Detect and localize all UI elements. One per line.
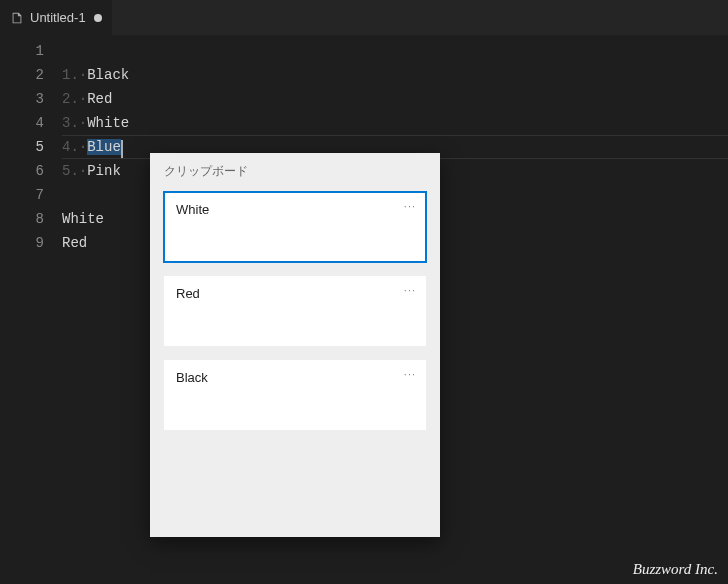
watermark-text: Buzzword Inc. bbox=[633, 561, 718, 578]
line-number: 1 bbox=[0, 39, 44, 63]
clipboard-item[interactable]: White ··· bbox=[164, 192, 426, 262]
line-number-gutter: 1 2 3 4 5 6 7 8 9 bbox=[0, 35, 62, 584]
file-icon bbox=[10, 11, 24, 25]
tab-bar: Untitled-1 bbox=[0, 0, 728, 35]
tab-title: Untitled-1 bbox=[30, 10, 86, 25]
clipboard-item-text: White bbox=[176, 202, 209, 217]
clipboard-item-text: Black bbox=[176, 370, 208, 385]
line-number: 4 bbox=[0, 111, 44, 135]
line-number: 5 bbox=[0, 135, 44, 159]
line-number: 2 bbox=[0, 63, 44, 87]
clipboard-item[interactable]: Red ··· bbox=[164, 276, 426, 346]
modified-dot-icon bbox=[94, 14, 102, 22]
text-selection: Blue bbox=[87, 139, 121, 155]
line-number: 3 bbox=[0, 87, 44, 111]
more-icon[interactable]: ··· bbox=[404, 368, 416, 380]
line-number: 6 bbox=[0, 159, 44, 183]
clipboard-item-text: Red bbox=[176, 286, 200, 301]
text-cursor bbox=[121, 140, 123, 158]
line-number: 8 bbox=[0, 207, 44, 231]
line-number: 9 bbox=[0, 231, 44, 255]
more-icon[interactable]: ··· bbox=[404, 284, 416, 296]
clipboard-list: White ··· Red ··· Black ··· bbox=[150, 186, 440, 436]
more-icon[interactable]: ··· bbox=[404, 200, 416, 212]
code-line[interactable]: 2.·Red bbox=[62, 87, 728, 111]
code-line[interactable]: 3.·White bbox=[62, 111, 728, 135]
clipboard-popup: クリップボード White ··· Red ··· Black ··· bbox=[150, 153, 440, 537]
code-line[interactable]: 1.·Black bbox=[62, 63, 728, 87]
clipboard-item[interactable]: Black ··· bbox=[164, 360, 426, 430]
code-line[interactable] bbox=[62, 39, 728, 63]
tab-untitled[interactable]: Untitled-1 bbox=[0, 0, 113, 35]
clipboard-title: クリップボード bbox=[150, 153, 440, 186]
line-number: 7 bbox=[0, 183, 44, 207]
